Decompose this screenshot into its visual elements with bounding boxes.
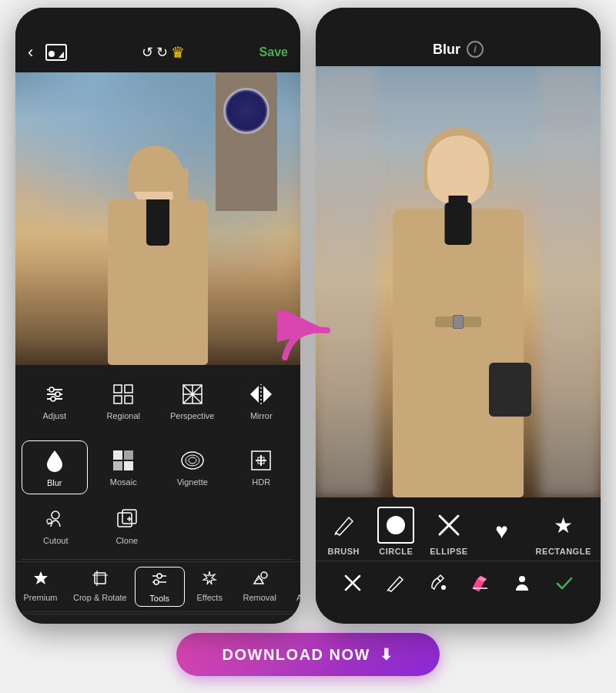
right-photo-person (381, 128, 535, 497)
tool-blur[interactable]: Blur (22, 440, 88, 494)
download-icon: ⬇ (380, 645, 394, 664)
nav-removal[interactable]: Removal (235, 567, 285, 607)
clock-tower (216, 72, 277, 211)
info-icon[interactable]: i (467, 41, 484, 58)
premium-icon (32, 570, 49, 591)
svg-point-30 (189, 457, 196, 464)
svg-point-49 (387, 516, 405, 534)
nav-effects[interactable]: Effects (185, 567, 235, 607)
pencil-action-button[interactable] (381, 569, 409, 597)
right-coat (393, 209, 524, 497)
back-button[interactable]: ‹ (28, 42, 33, 62)
top-toolbar-left: ‹ ↺ ↻ ♛ Save (15, 32, 300, 72)
nav-tools[interactable]: Tools (135, 567, 185, 607)
tool-hdr[interactable]: HDR (229, 440, 295, 494)
right-bag (489, 363, 531, 417)
perspective-label: Perspective (170, 411, 214, 420)
redo-button[interactable]: ↻ (156, 44, 168, 61)
brush-label: BRUSH (327, 547, 360, 556)
star-icon: ★ (545, 507, 582, 544)
removal-icon (251, 570, 268, 591)
brush-tool-ellipse[interactable]: ELLIPSE (430, 507, 467, 556)
gallery-icon[interactable] (45, 44, 67, 61)
circle-tool-box (377, 507, 414, 544)
tools-icon (151, 571, 168, 591)
mosaic-icon (109, 447, 137, 474)
tool-perspective[interactable]: Perspective (159, 374, 226, 427)
tab-beautify[interactable]: BEAUTIFY (95, 622, 149, 624)
crop-nav-label: Crop & Rotate (73, 593, 127, 602)
person-action-button[interactable] (508, 569, 536, 597)
svg-point-5 (55, 392, 60, 397)
undo-button[interactable]: ↺ (142, 44, 153, 61)
download-section: DOWNLOAD NOW ⬇ (0, 624, 616, 685)
x-icon (430, 507, 467, 544)
brush-tool-circle[interactable]: CIRCLE (377, 507, 414, 556)
tool-cutout[interactable]: Cutout (22, 499, 90, 551)
clock-face (223, 88, 270, 134)
nav-premium[interactable]: Premium (15, 567, 65, 607)
blur-label: Blur (47, 478, 62, 487)
svg-rect-9 (114, 396, 122, 403)
adjust-label: Adjust (42, 411, 66, 420)
blur-overlay-left (316, 66, 377, 497)
tool-mirror[interactable]: Mirror (229, 374, 295, 427)
clone-icon (113, 505, 141, 533)
effects-nav-label: Effects (196, 593, 222, 602)
tool-adjust[interactable]: Adjust (22, 374, 88, 427)
tool-clone[interactable]: Clone (93, 499, 162, 551)
svg-rect-26 (113, 461, 122, 470)
photo-area-left (15, 72, 300, 365)
tools-nav-label: Tools (149, 594, 169, 603)
cancel-action-button[interactable] (339, 569, 367, 597)
circle-label: CIRCLE (379, 547, 413, 556)
hdr-icon (247, 447, 275, 474)
mirror-label: Mirror (250, 411, 273, 420)
toolbar-center-group: ↺ ↻ ♛ (142, 43, 185, 62)
blur-icon (41, 447, 69, 475)
brush-tool-heart[interactable]: ♥ (484, 513, 521, 550)
brush-tools-bar: BRUSH CIRCLE ELLIPSE (316, 497, 601, 561)
svg-point-46 (261, 572, 267, 578)
svg-point-4 (49, 387, 54, 392)
regional-label: Regional (107, 411, 140, 420)
svg-point-29 (186, 455, 199, 466)
tool-mosaic[interactable]: Mosaic (91, 440, 157, 494)
divider-1 (22, 559, 294, 560)
tab-edit[interactable]: EDIT (196, 622, 220, 624)
phone-right: Blur i (316, 8, 601, 624)
tools-row2: Blur Mosaic (15, 431, 300, 499)
nav-anim[interactable]: Anim... (285, 567, 300, 607)
svg-rect-25 (124, 450, 133, 460)
confirm-action-button[interactable] (551, 569, 578, 597)
eraser-action-button[interactable] (466, 569, 494, 597)
tools-row1: Adjust Regional (15, 365, 300, 431)
status-bar-right (316, 8, 601, 32)
download-button[interactable]: DOWNLOAD NOW ⬇ (176, 633, 440, 676)
paint-bucket-button[interactable] (424, 569, 451, 597)
tool-regional[interactable]: Regional (91, 374, 157, 427)
nav-crop[interactable]: Crop & Rotate (65, 567, 135, 607)
premium-nav-label: Premium (23, 593, 57, 602)
brush-tool-brush[interactable]: BRUSH (325, 507, 362, 556)
tool-vignette[interactable]: Vignette (159, 440, 226, 494)
svg-rect-7 (114, 385, 122, 393)
phones-wrapper: ‹ ↺ ↻ ♛ Save (0, 0, 616, 624)
perspective-icon (179, 380, 206, 408)
svg-point-54 (441, 585, 446, 590)
vignette-icon (179, 447, 206, 474)
top-bar-right: Blur i (316, 32, 601, 66)
clone-label: Clone (116, 536, 138, 545)
svg-rect-24 (113, 450, 122, 460)
brush-tool-star[interactable]: ★ RECTANGLE (536, 507, 591, 556)
save-button[interactable]: Save (259, 45, 288, 59)
svg-point-6 (51, 397, 55, 401)
toolbar-right-group: Save (259, 45, 288, 59)
svg-point-43 (154, 580, 159, 584)
toolbar-left-group: ‹ (28, 42, 67, 62)
cutout-icon (42, 505, 69, 533)
status-bar-left (15, 8, 300, 32)
divider-2 (22, 611, 294, 612)
person-body (108, 199, 208, 365)
premium-crown-icon[interactable]: ♛ (171, 43, 185, 62)
